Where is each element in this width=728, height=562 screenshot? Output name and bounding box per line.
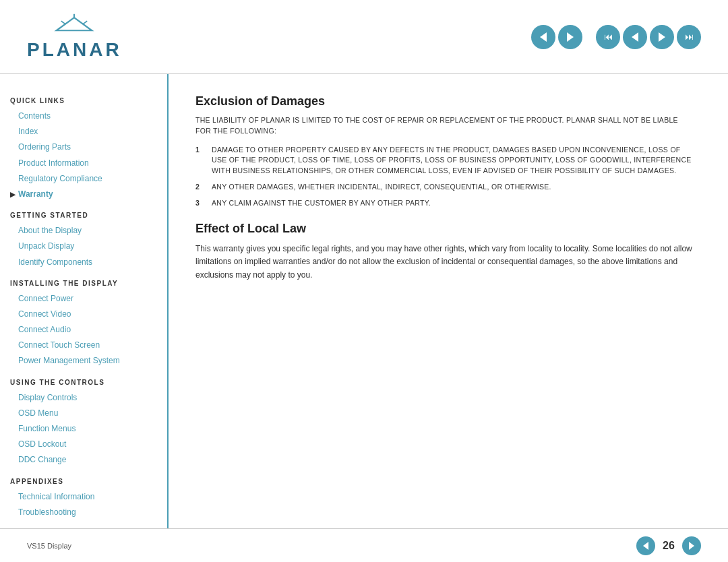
- sidebar-item-power-management[interactable]: Power Management System: [10, 353, 157, 369]
- page-next-icon: [689, 542, 694, 550]
- footer: VS15 Display 26: [0, 528, 728, 562]
- logo-text: PLANAR: [27, 39, 122, 61]
- list-item-3-text: ANY CLAIM AGAINST THE CUSTOMER BY ANY OT…: [212, 198, 431, 209]
- sidebar-item-warranty[interactable]: Warranty: [10, 187, 157, 202]
- footer-label: VS15 Display: [27, 542, 71, 550]
- prev-button[interactable]: [531, 25, 555, 49]
- list-num-2: 2: [195, 182, 205, 193]
- section2-title: Effect of Local Law: [195, 222, 694, 236]
- svg-line-2: [61, 21, 65, 24]
- chapter-next-icon: [659, 32, 665, 42]
- sidebar-item-unpack-display[interactable]: Unpack Display: [10, 239, 157, 254]
- logo-area: PLANAR: [27, 13, 122, 61]
- sidebar-item-index[interactable]: Index: [10, 124, 157, 139]
- page-prev-icon: [643, 542, 648, 550]
- installing-title: INSTALLING THE DISPLAY: [10, 280, 157, 287]
- quick-links-title: QUICK LINKS: [10, 97, 157, 104]
- appendixes-title: APPENDIXES: [10, 478, 157, 485]
- chapter-nav-group: ⏮ ⏭: [596, 25, 701, 49]
- sidebar-item-display-controls[interactable]: Display Controls: [10, 390, 157, 406]
- sidebar: QUICK LINKS Contents Index Ordering Part…: [0, 74, 169, 528]
- svg-marker-0: [57, 18, 92, 30]
- svg-line-3: [83, 21, 87, 24]
- damage-list: 1 DAMAGE TO OTHER PROPERTY CAUSED BY ANY…: [195, 145, 694, 209]
- sidebar-item-regulatory-compliance[interactable]: Regulatory Compliance: [10, 171, 157, 187]
- sidebar-item-connect-power[interactable]: Connect Power: [10, 291, 157, 307]
- list-item-2-text: ANY OTHER DAMAGES, WHETHER INCIDENTAL, I…: [212, 182, 551, 193]
- effect-text: This warranty gives you specific legal r…: [195, 243, 694, 282]
- nav-controls: ⏮ ⏭: [531, 25, 701, 49]
- sidebar-item-ordering-parts[interactable]: Ordering Parts: [10, 139, 157, 155]
- intro-text: THE LIABILITY OF PLANAR IS LIMITED TO TH…: [195, 115, 694, 137]
- top-bar: PLANAR ⏮ ⏭: [0, 0, 728, 74]
- sidebar-item-contents[interactable]: Contents: [10, 108, 157, 124]
- list-item-1-text: DAMAGE TO OTHER PROPERTY CAUSED BY ANY D…: [212, 145, 694, 177]
- last-button[interactable]: ⏭: [677, 25, 701, 49]
- section1-title: Exclusion of Damages: [195, 94, 694, 108]
- getting-started-title: GETTING STARTED: [10, 212, 157, 219]
- sidebar-item-troubleshooting[interactable]: Troubleshooting: [10, 505, 157, 520]
- sidebar-item-connect-touch-screen[interactable]: Connect Touch Screen: [10, 338, 157, 353]
- sidebar-item-connect-audio[interactable]: Connect Audio: [10, 322, 157, 338]
- page-number: 26: [661, 540, 677, 552]
- last-icon: ⏭: [685, 32, 694, 42]
- planar-logo-icon: [51, 13, 98, 36]
- list-num-1: 1: [195, 145, 205, 177]
- chapter-prev-button[interactable]: [623, 25, 647, 49]
- first-button[interactable]: ⏮: [596, 25, 620, 49]
- arrow-left-icon: [540, 32, 547, 42]
- sidebar-item-ddc-change[interactable]: DDC Change: [10, 452, 157, 468]
- chapter-next-button[interactable]: [650, 25, 674, 49]
- arrow-right-icon: [567, 32, 574, 42]
- list-item: 3 ANY CLAIM AGAINST THE CUSTOMER BY ANY …: [195, 198, 694, 209]
- content-area: Exclusion of Damages THE LIABILITY OF PL…: [169, 74, 728, 528]
- page-next-button[interactable]: [682, 536, 701, 555]
- sidebar-item-osd-menu[interactable]: OSD Menu: [10, 406, 157, 421]
- first-icon: ⏮: [604, 32, 613, 42]
- page-nav: 26: [636, 536, 701, 555]
- prev-next-group: [531, 25, 582, 49]
- list-item: 1 DAMAGE TO OTHER PROPERTY CAUSED BY ANY…: [195, 145, 694, 177]
- list-item: 2 ANY OTHER DAMAGES, WHETHER INCIDENTAL,…: [195, 182, 694, 193]
- sidebar-item-identify-components[interactable]: Identify Components: [10, 255, 157, 270]
- next-button[interactable]: [558, 25, 582, 49]
- sidebar-item-connect-video[interactable]: Connect Video: [10, 307, 157, 322]
- using-title: USING THE CONTROLS: [10, 379, 157, 386]
- page-prev-button[interactable]: [636, 536, 655, 555]
- main-area: QUICK LINKS Contents Index Ordering Part…: [0, 74, 728, 528]
- chapter-prev-icon: [632, 32, 638, 42]
- list-num-3: 3: [195, 198, 205, 209]
- sidebar-item-product-information[interactable]: Product Information: [10, 156, 157, 171]
- sidebar-item-technical-information[interactable]: Technical Information: [10, 489, 157, 505]
- sidebar-item-about-display[interactable]: About the Display: [10, 223, 157, 239]
- sidebar-item-osd-lockout[interactable]: OSD Lockout: [10, 437, 157, 452]
- sidebar-item-function-menus[interactable]: Function Menus: [10, 421, 157, 437]
